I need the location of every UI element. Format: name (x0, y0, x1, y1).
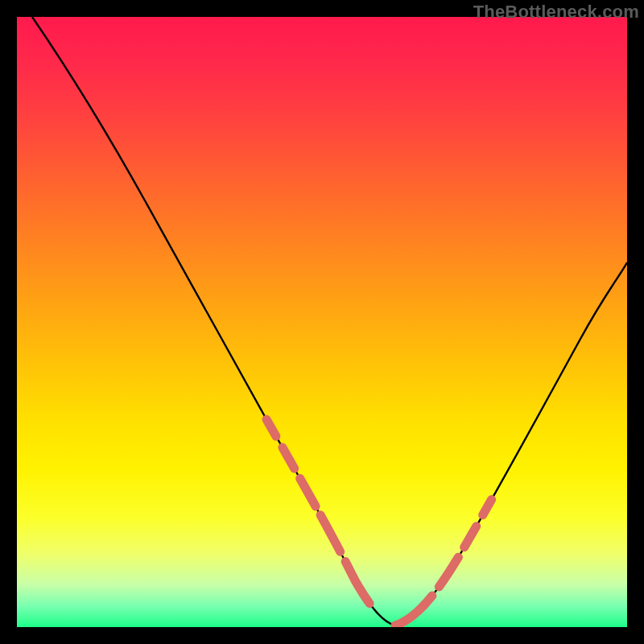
chart-frame: TheBottleneck.com (0, 0, 644, 644)
right-curve (395, 262, 627, 625)
left-curve (32, 17, 395, 625)
curve-layer (17, 17, 627, 627)
watermark-text: TheBottleneck.com (473, 2, 639, 23)
plot-area (17, 17, 627, 627)
left-highlight-dashes (266, 419, 395, 625)
right-highlight-dashes (395, 484, 500, 625)
